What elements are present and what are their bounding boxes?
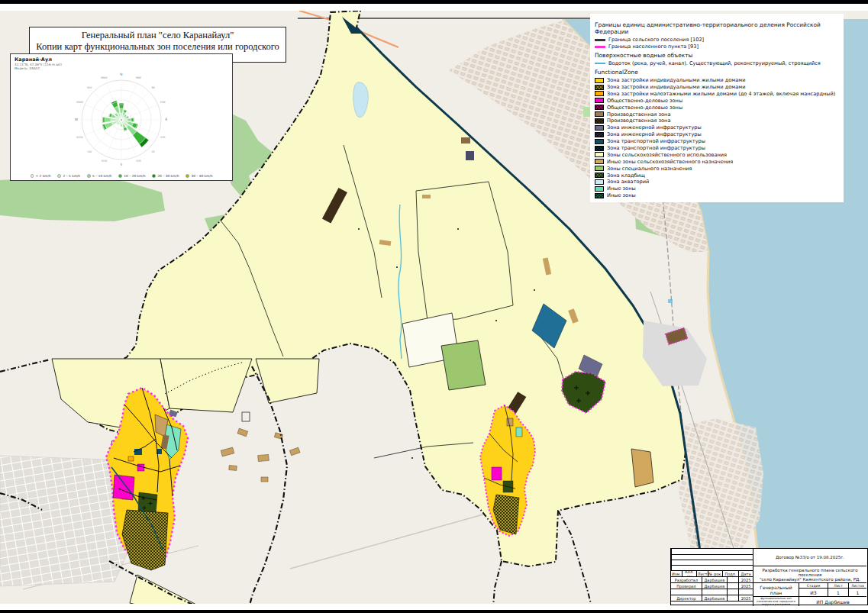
legend-zone-item-4-label: Общественно-деловые зоны <box>607 105 682 111</box>
legend-water-item-0-label: Водоток (река, ручей, канал). Существующ… <box>608 60 821 66</box>
windrose-petal <box>119 105 124 108</box>
windrose-legend-dot <box>87 174 91 178</box>
windrose-dir-SSE: SSE <box>136 160 140 163</box>
windrose-legend-item-4: 20 – 30 km/h <box>152 174 179 178</box>
legend-zone-item-10-swatch <box>595 146 604 151</box>
stamp-sheet-label: Лист <box>828 582 848 588</box>
legend-zone-item-2-swatch <box>595 91 604 96</box>
stamp-date-1: 2025 <box>738 582 753 589</box>
legend-zone-item-0-swatch <box>595 78 604 83</box>
legend-zone-item-0: Зона застройки индивидуальными жилыми до… <box>595 77 844 84</box>
windrose-legend-label: 5 – 10 km/h <box>92 174 111 178</box>
legend-zone-item-9: Зона транспортной инфраструктуры <box>595 138 844 145</box>
legend-zone-item-17-label: Иные зоны <box>607 192 636 198</box>
windrose-petal <box>103 117 105 122</box>
windrose-petal <box>127 118 131 121</box>
sheet-top-border <box>0 0 868 4</box>
windrose-legend-dot <box>118 174 122 178</box>
windrose-petal <box>121 125 122 126</box>
stamp-col-podp: Подп. <box>722 570 738 576</box>
windrose-dir-SW: SW <box>88 150 92 153</box>
legend-zone-item-2: Зона застройки малоэтажными жилыми домам… <box>595 90 844 97</box>
legend-zone-item-3-label: Общественно-деловые зоны <box>607 98 682 104</box>
legend-section-boundaries: Границы единиц административно-территори… <box>595 21 844 35</box>
windrose-dir-E: E <box>166 118 168 121</box>
windrose-petal <box>131 118 134 122</box>
legend-zone-list: Зона застройки индивидуальными жилыми до… <box>595 77 844 199</box>
stamp-col-ndok: № док. <box>708 570 722 576</box>
windrose-dir-WNW: WNW <box>76 101 84 104</box>
windrose-legend-dot <box>152 174 156 178</box>
legend-water-item-0-swatch <box>595 63 605 64</box>
windrose-legend-label: 2 – 5 km/h <box>63 174 80 178</box>
windrose-dir-NE: NE <box>151 86 155 89</box>
legend-zone-item-14: Зона кладбищ <box>595 172 844 179</box>
legend-boundary-item-1: Граница населенного пункта [93] <box>595 44 844 50</box>
legend-zone-item-16-swatch <box>595 186 604 192</box>
windrose-legend-item-3: 10 – 20 km/h <box>118 174 145 178</box>
legend-zone-item-5-label: Производственная зона <box>607 111 670 118</box>
windrose-dir-NW: NW <box>87 86 92 89</box>
windrose-dir-NNE: NNE <box>136 76 141 79</box>
legend-zone-item-8-swatch <box>595 132 604 137</box>
legend-zone-item-1-swatch <box>595 85 604 90</box>
windrose-dir-NNW: NNW <box>101 76 108 79</box>
windrose-dir-WSW: WSW <box>76 136 84 139</box>
legend-zone-item-4: Общественно-деловые зоны <box>595 104 844 111</box>
windrose-legend-item-1: 2 – 5 km/h <box>57 174 80 178</box>
windrose-dir-S: S <box>121 163 123 166</box>
legend-section-zones: FunctionalZone <box>595 69 844 76</box>
legend-zone-item-1: Зона застройки индивидуальными жилыми до… <box>595 84 844 91</box>
windrose-petal <box>105 118 111 122</box>
stamp-sheet-value: 1 <box>828 588 848 596</box>
legend-zone-item-1-label: Зона застройки индивидуальными жилыми до… <box>607 84 746 90</box>
legend-zone-item-4-swatch <box>595 105 604 110</box>
legend-zone-item-6-label: Производственная зона <box>607 118 670 124</box>
stamp-stage-label: Стадия <box>799 582 828 588</box>
windrose-dir-W: W <box>75 118 79 121</box>
windrose-petal <box>134 118 134 122</box>
sheet-bottom-border <box>0 610 868 613</box>
legend-zone-item-8: Зона инженерной инфраструктуры <box>595 131 844 138</box>
legend-zone-item-13-swatch <box>595 166 604 171</box>
legend-zone-item-16: Иные зоны <box>595 185 844 192</box>
windrose-legend-label: 10 – 20 km/h <box>124 174 145 178</box>
windrose-panel: Каранай-Аул 42.11°N, 47.46°E (116 m asl)… <box>10 53 233 181</box>
legend-zone-item-5: Производственная зона <box>595 111 844 118</box>
stamp-name-3: Дарбишев <box>702 595 727 601</box>
windrose-petal <box>119 103 124 105</box>
legend-section-water: Поверхностные водные объекты <box>595 52 844 59</box>
legend-zone-item-10-label: Зона транспортной инфраструктуры <box>607 145 705 151</box>
legend-zone-item-10: Зона транспортной инфраструктуры <box>595 145 844 152</box>
windrose-legend-label: 30 – 40 km/h <box>191 174 212 178</box>
legend-zone-item-16-label: Иные зоны <box>607 185 636 192</box>
map-title-line1: Генеральный план "село Каранайаул" <box>30 30 286 41</box>
windrose-dir-N: N <box>120 73 122 76</box>
windrose-legend-label: < 2 km/h <box>36 174 51 178</box>
stamp-name-0: Дарбишев <box>702 576 727 582</box>
legend-boundary-item-0-label: Граница сельского поселения [102] <box>608 37 704 43</box>
stamp-role-3: Директор <box>671 595 702 601</box>
legend-zone-item-0-label: Зона застройки индивидуальными жилыми до… <box>607 77 746 83</box>
windrose-dir-ENE: ENE <box>160 101 166 104</box>
title-block-stamp: Изм. Кол. уч Лист № док. Подп. Дата Разр… <box>670 548 868 605</box>
windrose-legend-dot <box>31 174 34 178</box>
stamp-subtitle: Копии карт функциональных зон поселения … <box>753 596 799 606</box>
legend-zone-item-13: Зоны специального назначения <box>595 165 844 172</box>
legend-zone-item-9-swatch <box>595 139 604 144</box>
windrose-petal <box>120 108 123 113</box>
legend-water-list: Водоток (река, ручей, канал). Существующ… <box>595 60 844 67</box>
legend-zone-item-17-swatch <box>595 193 604 198</box>
legend-boundary-item-1-label: Граница населенного пункта [93] <box>608 44 699 50</box>
legend-zone-item-14-swatch <box>595 173 604 178</box>
stamp-col-list: Лист <box>696 570 708 576</box>
stamp-sheets-value: 1 <box>848 588 866 596</box>
stamp-col-koluch: Кол. уч <box>682 570 696 576</box>
legend-water-item-0: Водоток (река, ручей, канал). Существующ… <box>595 60 844 67</box>
windrose-legend-item-0: < 2 km/h <box>31 174 51 178</box>
windrose-legend-item-5: 30 – 40 km/h <box>186 174 212 178</box>
legend-zone-item-7-swatch <box>595 125 604 131</box>
windrose-petal <box>121 124 122 125</box>
stamp-col-izm: Изм. <box>671 570 682 576</box>
legend-zone-item-11: Зоны сельскохозяйственного использования <box>595 151 844 158</box>
